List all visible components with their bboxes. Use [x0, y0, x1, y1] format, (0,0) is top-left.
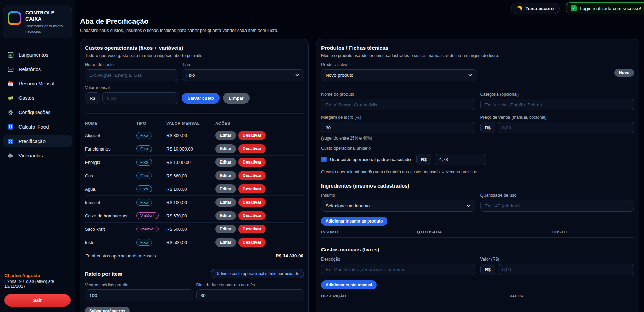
add-manual-cost-button[interactable]: Adicionar custo manual — [321, 280, 377, 289]
cost-table-row: Saco kraftVariávelR$ 500,00EditarDesativ… — [85, 223, 304, 236]
disable-cost-button[interactable]: Desativar — [238, 238, 266, 247]
edit-cost-button[interactable]: Editar — [215, 131, 236, 140]
product-name-input[interactable] — [321, 99, 475, 110]
cost-name-label: Nome do custo — [85, 62, 178, 67]
save-cost-button[interactable]: Salvar custo — [182, 93, 220, 104]
gear-icon — [8, 109, 14, 116]
edit-cost-button[interactable]: Editar — [215, 198, 236, 207]
sidebar-footer: Charlen Augusto Expira: 90_dias (ativo) … — [3, 273, 72, 307]
manual-value-label: Valor (R$) — [480, 257, 634, 262]
cost-type-badge: Fixo — [136, 199, 152, 206]
divider — [85, 113, 304, 114]
money-icon — [8, 95, 14, 101]
cost-row-value: R$ 100,00 — [166, 187, 215, 192]
sidebar-item-gastos[interactable]: Gastos — [3, 92, 72, 104]
cost-name-input[interactable] — [85, 69, 178, 81]
sidebar-item-label: Videoaulas — [18, 153, 43, 158]
col-header-descricao: DESCRIÇÃO — [321, 294, 509, 298]
new-product-badge: Novo — [614, 69, 634, 77]
edit-cost-button[interactable]: Editar — [215, 225, 236, 233]
margin-input[interactable] — [321, 122, 475, 133]
sidebar-item-relatorios[interactable]: Relatórios — [3, 63, 72, 75]
cost-row-value: R$ 500,00 — [166, 227, 215, 232]
cost-row-name: Gas — [85, 173, 136, 178]
theme-toggle-button[interactable]: Tema escuro — [511, 3, 560, 14]
saved-product-label: Produto salvo — [321, 62, 477, 67]
rateio-title: Rateio por item — [85, 271, 122, 277]
working-days-input[interactable] — [196, 289, 304, 301]
cost-table-row: testeFixoR$ 500,00EditarDesativar — [85, 236, 304, 249]
divider — [85, 263, 304, 263]
cost-type-select[interactable]: Fixo — [182, 69, 304, 81]
col-header-insumo: INSUMO — [321, 230, 417, 234]
currency-prefix: R$ — [480, 264, 495, 275]
video-icon — [8, 153, 14, 159]
cost-row-name: Funcionarios — [85, 146, 136, 152]
manual-price-label: Preço de venda (manual, opcional) — [480, 115, 634, 120]
avg-sales-input[interactable] — [85, 289, 193, 301]
cost-row-name: Energia — [85, 160, 136, 165]
disable-cost-button[interactable]: Desativar — [238, 225, 266, 233]
op-cost-input[interactable] — [435, 154, 486, 165]
disable-cost-button[interactable]: Desativar — [238, 144, 266, 153]
edit-cost-button[interactable]: Editar — [215, 211, 236, 220]
logout-button[interactable]: Sair — [4, 294, 71, 307]
ingredient-select[interactable]: Selecione um insumo — [321, 200, 475, 212]
disable-cost-button[interactable]: Desativar — [238, 211, 266, 220]
sidebar-item-videoaulas[interactable]: Videoaulas — [3, 149, 72, 162]
disable-cost-button[interactable]: Desativar — [238, 158, 266, 167]
col-header-valor: VALOR — [509, 294, 634, 298]
disable-cost-button[interactable]: Desativar — [238, 184, 266, 193]
topbar: Tema escuro ✓ Login realizado com sucess… — [511, 2, 644, 14]
saved-product-select[interactable]: Novo produto — [321, 69, 477, 81]
cost-row-name: Aluguel — [85, 133, 136, 138]
disable-cost-button[interactable]: Desativar — [238, 171, 266, 180]
app-title: CONTROLE CAIXA — [25, 10, 67, 22]
operational-costs-panel: Custos operacionais (fixos + variáveis) … — [80, 39, 309, 312]
sidebar-item-lancamentos[interactable]: Lançamentos — [3, 49, 72, 61]
save-parameters-button[interactable]: Salvar parâmetros — [85, 307, 130, 312]
disable-cost-button[interactable]: Desativar — [238, 198, 266, 207]
product-name-label: Nome do produto — [321, 92, 475, 97]
costs-total-value: R$ 14.330,00 — [276, 253, 303, 259]
manual-desc-input[interactable] — [321, 264, 475, 275]
cost-type-badge: Fixo — [136, 172, 152, 179]
grid-icon — [8, 124, 14, 130]
sidebar-item-resumo-mensal[interactable]: Resumo Mensal — [3, 77, 72, 90]
category-input[interactable] — [480, 99, 634, 110]
sidebar-menu: LançamentosRelatóriosResumo MensalGastos… — [3, 49, 72, 162]
edit-cost-button[interactable]: Editar — [215, 144, 236, 153]
cost-table-row: AluguelFixoR$ 800,00EditarDesativar — [85, 129, 304, 142]
currency-prefix: R$ — [85, 92, 100, 104]
sidebar-item-calculo-ifood[interactable]: Cálculo iFood — [3, 121, 72, 133]
cost-type-badge: Fixo — [136, 239, 152, 246]
page-subtitle: Cadastre seus custos, insumos e fichas t… — [80, 28, 639, 33]
cost-type-badge: Fixo — [136, 132, 152, 139]
manual-value-input[interactable] — [498, 264, 634, 275]
edit-cost-button[interactable]: Editar — [215, 184, 236, 193]
sidebar-item-label: Configurações — [18, 110, 51, 115]
cost-type-badge: Fixo — [136, 145, 152, 152]
sidebar-item-configuracoes[interactable]: Configurações — [3, 106, 72, 119]
category-label: Categoria (opcional) — [480, 92, 634, 97]
quantity-input[interactable] — [480, 200, 634, 212]
edit-cost-button[interactable]: Editar — [215, 158, 236, 167]
chevron-down-icon — [467, 203, 470, 207]
sidebar-item-label: Precificação — [18, 139, 46, 144]
cost-row-value: R$ 100,00 — [166, 200, 215, 205]
edit-cost-button[interactable]: Editar — [215, 238, 236, 247]
manual-price-input[interactable] — [498, 122, 634, 133]
sidebar: CONTROLE CAIXA Relatórios para micro neg… — [0, 0, 75, 312]
col-header-valor-mensal: VALOR MENSAL — [166, 121, 215, 125]
edit-cost-button[interactable]: Editar — [215, 171, 236, 180]
add-ingredient-button[interactable]: Adicionar insumo ao produto — [321, 217, 387, 226]
op-cost-note: O custo operacional padrão vem do rateio… — [321, 170, 634, 175]
ingredients-table-header: INSUMO QTD USADA CUSTO — [321, 230, 634, 238]
disable-cost-button[interactable]: Desativar — [238, 131, 266, 140]
sidebar-item-label: Lançamentos — [18, 52, 48, 58]
clear-cost-button[interactable]: Limpar — [223, 93, 249, 104]
sidebar-item-precificacao[interactable]: Precificação — [3, 135, 72, 147]
cost-value-input[interactable] — [102, 92, 178, 104]
manual-costs-table-header: DESCRIÇÃO VALOR — [321, 294, 634, 301]
op-cost-checkbox[interactable]: ✓ — [321, 157, 327, 162]
